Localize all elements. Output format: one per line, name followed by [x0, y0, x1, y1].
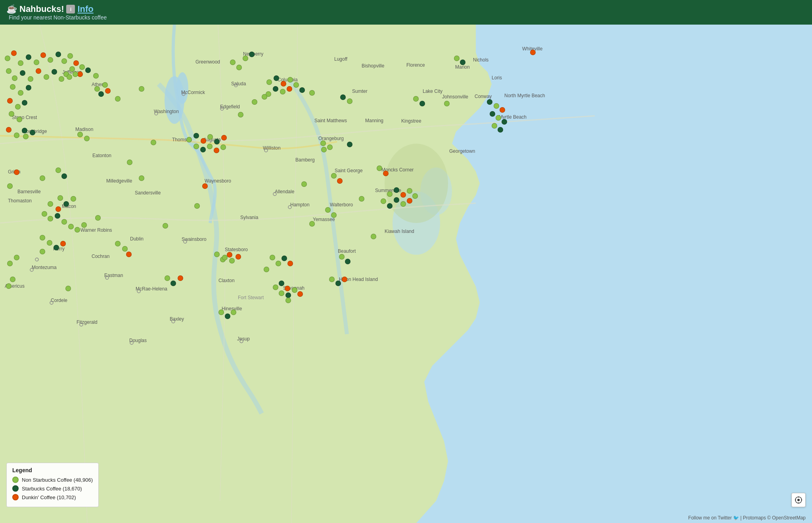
coffee-dot[interactable]: [14, 133, 19, 138]
coffee-dot[interactable]: [225, 313, 230, 319]
coffee-dot[interactable]: [266, 79, 272, 85]
coffee-dot[interactable]: [20, 70, 25, 76]
coffee-dot[interactable]: [75, 227, 80, 233]
coffee-dot[interactable]: [460, 60, 465, 65]
coffee-dot[interactable]: [95, 215, 101, 221]
coffee-dot[interactable]: [14, 169, 19, 175]
coffee-dot[interactable]: [69, 66, 75, 72]
coffee-dot[interactable]: [55, 213, 60, 219]
coffee-dot[interactable]: [337, 178, 343, 184]
info-link[interactable]: Info: [77, 4, 93, 14]
coffee-dot[interactable]: [163, 223, 168, 229]
coffee-dot[interactable]: [194, 203, 200, 209]
coffee-dot[interactable]: [496, 115, 501, 121]
coffee-dot[interactable]: [61, 58, 67, 64]
info-icon-button[interactable]: i: [66, 5, 75, 13]
coffee-dot[interactable]: [9, 111, 14, 117]
map-area[interactable]: Greenwood Newberry Columbia Lugoff Bisho…: [0, 25, 812, 523]
coffee-dot[interactable]: [115, 96, 121, 102]
coffee-dot[interactable]: [56, 52, 61, 57]
coffee-dot[interactable]: [17, 117, 22, 122]
coffee-dot[interactable]: [309, 221, 315, 227]
coffee-dot[interactable]: [454, 56, 460, 61]
coffee-dot[interactable]: [26, 54, 31, 60]
location-button[interactable]: [791, 493, 806, 507]
coffee-dot[interactable]: [15, 104, 21, 110]
coffee-dot[interactable]: [48, 57, 53, 63]
coffee-dot[interactable]: [61, 173, 67, 179]
coffee-dot[interactable]: [61, 219, 67, 225]
coffee-dot[interactable]: [264, 267, 269, 272]
coffee-dot[interactable]: [47, 240, 52, 246]
coffee-dot[interactable]: [178, 275, 183, 281]
coffee-dot[interactable]: [490, 111, 495, 117]
coffee-dot[interactable]: [329, 277, 335, 282]
coffee-dot[interactable]: [238, 112, 243, 117]
coffee-dot[interactable]: [12, 75, 17, 81]
coffee-dot[interactable]: [292, 287, 297, 293]
coffee-dot[interactable]: [6, 68, 11, 74]
coffee-dot[interactable]: [48, 216, 53, 221]
coffee-dot[interactable]: [40, 52, 46, 58]
coffee-dot[interactable]: [394, 197, 399, 203]
coffee-dot[interactable]: [282, 256, 287, 261]
coffee-dot[interactable]: [18, 90, 23, 96]
coffee-dot[interactable]: [214, 139, 220, 144]
coffee-dot[interactable]: [14, 255, 19, 260]
coffee-dot[interactable]: [93, 73, 99, 79]
coffee-dot[interactable]: [347, 142, 352, 147]
coffee-dot[interactable]: [222, 255, 228, 260]
coffee-dot[interactable]: [285, 298, 291, 303]
coffee-dot[interactable]: [207, 144, 213, 149]
coffee-dot[interactable]: [193, 144, 199, 149]
coffee-dot[interactable]: [193, 133, 199, 138]
coffee-dot[interactable]: [231, 310, 236, 315]
coffee-dot[interactable]: [127, 160, 132, 165]
coffee-dot[interactable]: [77, 132, 83, 137]
coffee-dot[interactable]: [10, 84, 15, 90]
coffee-dot[interactable]: [214, 148, 219, 153]
coffee-dot[interactable]: [407, 198, 412, 204]
coffee-dot[interactable]: [36, 68, 41, 74]
coffee-dot[interactable]: [7, 98, 13, 104]
coffee-dot[interactable]: [327, 144, 333, 150]
coffee-dot[interactable]: [320, 140, 326, 146]
coffee-dot[interactable]: [42, 211, 47, 217]
coffee-dot[interactable]: [498, 127, 503, 133]
coffee-dot[interactable]: [48, 201, 53, 207]
coffee-dot[interactable]: [230, 60, 236, 65]
coffee-dot[interactable]: [67, 53, 73, 59]
coffee-dot[interactable]: [381, 198, 386, 204]
coffee-dot[interactable]: [65, 286, 71, 291]
coffee-dot[interactable]: [500, 107, 505, 113]
coffee-dot[interactable]: [85, 67, 91, 73]
coffee-dot[interactable]: [94, 86, 100, 92]
coffee-dot[interactable]: [236, 65, 242, 70]
coffee-dot[interactable]: [347, 98, 352, 104]
coffee-dot[interactable]: [293, 82, 299, 88]
coffee-dot[interactable]: [280, 89, 285, 94]
coffee-dot[interactable]: [40, 175, 45, 181]
coffee-dot[interactable]: [487, 99, 492, 105]
coffee-dot[interactable]: [77, 71, 83, 77]
coffee-dot[interactable]: [243, 56, 248, 61]
coffee-dot[interactable]: [492, 123, 497, 129]
coffee-dot[interactable]: [6, 283, 11, 289]
coffee-dot[interactable]: [68, 224, 74, 229]
coffee-dot[interactable]: [279, 281, 284, 286]
coffee-dot[interactable]: [249, 52, 255, 57]
coffee-dot[interactable]: [56, 206, 61, 212]
coffee-dot[interactable]: [30, 130, 35, 135]
coffee-dot[interactable]: [23, 134, 29, 139]
coffee-dot[interactable]: [273, 86, 278, 92]
coffee-dot[interactable]: [6, 127, 11, 133]
coffee-dot[interactable]: [321, 147, 327, 152]
coffee-dot[interactable]: [18, 60, 23, 66]
coffee-dot[interactable]: [67, 74, 72, 80]
coffee-dot[interactable]: [26, 85, 31, 90]
coffee-dot[interactable]: [494, 103, 499, 109]
coffee-dot[interactable]: [340, 94, 346, 100]
coffee-dot[interactable]: [165, 275, 170, 281]
coffee-dot[interactable]: [274, 75, 279, 81]
coffee-dot[interactable]: [207, 134, 213, 140]
